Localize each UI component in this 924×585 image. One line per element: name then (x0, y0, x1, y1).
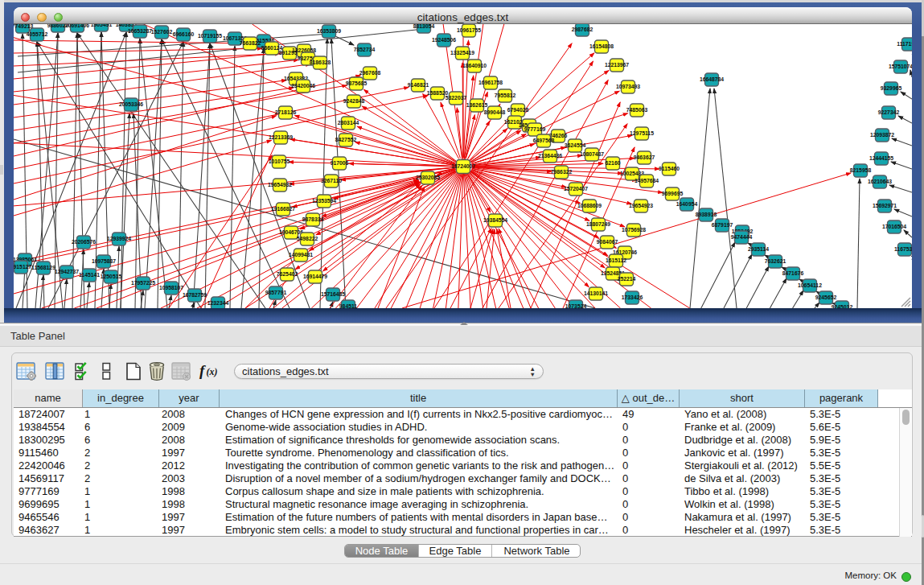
svg-text:10654112: 10654112 (798, 282, 822, 288)
svg-text:12444155: 12444155 (869, 155, 893, 161)
svg-text:9115460: 9115460 (659, 166, 680, 171)
svg-text:16914479: 16914479 (303, 274, 327, 279)
svg-text:6879197: 6879197 (712, 222, 733, 228)
svg-text:8186328: 8186328 (310, 60, 331, 65)
svg-text:10719155: 10719155 (198, 33, 222, 39)
svg-text:16782759: 16782759 (183, 292, 207, 298)
svg-text:7485063: 7485063 (626, 107, 648, 113)
svg-text:9875685: 9875685 (346, 80, 368, 86)
svg-text:7632621: 7632621 (765, 258, 786, 264)
svg-text:7663822: 7663822 (240, 40, 261, 46)
svg-text:9777169: 9777169 (524, 126, 546, 132)
svg-text:15716485: 15716485 (321, 291, 345, 297)
svg-text:15692971: 15692971 (873, 203, 897, 208)
svg-text:9227342: 9227342 (878, 109, 900, 115)
svg-text:10756928: 10756928 (622, 227, 646, 233)
svg-text:8427552: 8427552 (335, 137, 357, 142)
svg-text:16648784: 16648784 (700, 76, 724, 82)
svg-text:12975115: 12975115 (630, 130, 654, 136)
svg-text:1733426: 1733426 (622, 295, 643, 300)
svg-text:8215958: 8215958 (850, 167, 872, 173)
svg-text:9146821: 9146821 (408, 82, 429, 88)
svg-text:15720407: 15720407 (564, 186, 588, 192)
svg-text:984511: 984511 (339, 303, 358, 308)
svg-text:f: f (199, 362, 206, 379)
svg-text:14130141: 14130141 (584, 290, 608, 296)
svg-text:8938918: 8938918 (696, 212, 717, 217)
svg-text:10975887: 10975887 (92, 258, 116, 264)
svg-text:1527602: 1527602 (151, 29, 173, 35)
svg-text:7955812: 7955812 (495, 93, 516, 98)
svg-text:3267110: 3267110 (321, 178, 342, 183)
svg-text:6497568: 6497568 (533, 138, 555, 143)
svg-text:13325419: 13325419 (450, 50, 474, 56)
svg-text:12213369: 12213369 (269, 134, 293, 140)
svg-text:6966160: 6966160 (173, 31, 195, 37)
svg-text:10653287: 10653287 (128, 28, 152, 34)
svg-text:19248506: 19248506 (432, 37, 456, 43)
svg-text:9329965: 9329965 (881, 85, 902, 91)
svg-text:23420046: 23420046 (291, 83, 315, 89)
svg-text:8990448: 8990448 (484, 109, 506, 115)
svg-text:5322037: 5322037 (446, 95, 467, 101)
svg-text:15751074: 15751074 (889, 64, 912, 69)
svg-text:2967608: 2967608 (359, 70, 381, 76)
svg-text:9474444: 9474444 (731, 234, 753, 240)
svg-text:9245012: 9245012 (832, 304, 853, 308)
svg-text:7625402: 7625402 (277, 271, 298, 277)
svg-text:9242848: 9242848 (343, 98, 365, 104)
svg-text:62160: 62160 (606, 160, 621, 166)
svg-text:4055712: 4055712 (27, 31, 48, 37)
svg-text:16961758: 16961758 (478, 80, 503, 85)
svg-text:16154808: 16154808 (589, 43, 614, 49)
svg-text:19384554: 19384554 (483, 217, 507, 223)
svg-text:3624554: 3624554 (565, 142, 586, 148)
svg-text:917006: 917006 (331, 160, 349, 166)
svg-text:12942737: 12942737 (55, 269, 79, 274)
svg-text:10958107: 10958107 (159, 285, 183, 290)
svg-text:19654932: 19654932 (268, 182, 292, 187)
svg-text:17016504: 17016504 (882, 224, 906, 229)
svg-text:9084067: 9084067 (597, 239, 618, 245)
svg-text:1362615: 1362615 (466, 102, 488, 108)
svg-text:12093872: 12093872 (870, 132, 894, 138)
svg-text:7986322: 7986322 (551, 169, 573, 175)
svg-text:19166827: 19166827 (271, 206, 295, 212)
svg-text:16210643: 16210643 (868, 179, 892, 184)
svg-text:1250515: 1250515 (101, 274, 122, 279)
svg-text:11171952: 11171952 (897, 41, 912, 47)
svg-text:10688609: 10688609 (577, 203, 602, 208)
svg-text:8813054: 8813054 (413, 24, 435, 29)
svg-text:1167534: 1167534 (894, 246, 912, 252)
svg-text:7852734: 7852734 (354, 47, 376, 52)
svg-text:20691406: 20691406 (65, 24, 89, 28)
svg-text:1145141: 1145141 (79, 272, 100, 278)
svg-text:25302085: 25302085 (416, 175, 440, 180)
svg-text:19654923: 19654923 (629, 203, 653, 208)
svg-text:9463627: 9463627 (634, 154, 655, 160)
svg-text:9857791: 9857791 (265, 290, 287, 295)
svg-text:5498222: 5498222 (297, 236, 318, 241)
svg-text:16353809: 16353809 (317, 28, 341, 34)
svg-text:9699695: 9699695 (662, 191, 684, 196)
svg-text:12353594: 12353594 (312, 198, 336, 204)
svg-text:(x): (x) (207, 366, 218, 377)
svg-text:20206576: 20206576 (72, 239, 96, 245)
svg-text:252214: 252214 (618, 276, 636, 282)
svg-text:1905491: 1905491 (91, 24, 113, 27)
svg-text:12939924: 12939924 (107, 236, 131, 241)
svg-text:9245652: 9245652 (815, 295, 837, 300)
svg-text:20053346: 20053346 (119, 101, 143, 107)
svg-text:1640954: 1640954 (676, 201, 698, 207)
svg-text:10807487: 10807487 (580, 151, 604, 157)
svg-text:12213967: 12213967 (605, 62, 629, 68)
svg-text:18724007: 18724007 (451, 163, 475, 169)
svg-text:7749213: 7749213 (14, 24, 33, 29)
svg-text:2987682: 2987682 (572, 27, 593, 32)
svg-text:3915127: 3915127 (14, 264, 31, 270)
svg-text:10046706: 10046706 (279, 229, 303, 235)
svg-text:1010755: 1010755 (269, 159, 290, 164)
svg-text:1232344: 1232344 (207, 300, 229, 306)
svg-text:2935114: 2935114 (748, 246, 769, 252)
svg-text:1073524: 1073524 (565, 303, 587, 308)
